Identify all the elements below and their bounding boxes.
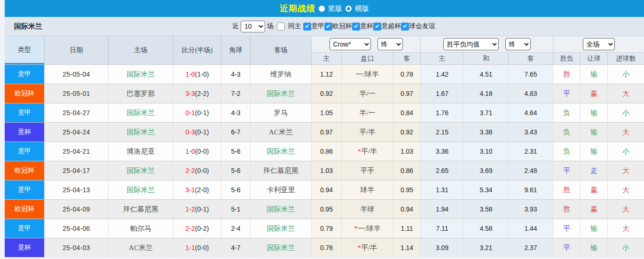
layout-radio-vertical[interactable]: 竖版 [319,4,342,13]
avg-draw-odds: 3.69 [463,161,508,180]
league-badge: 意甲 [5,181,44,199]
away-team: AC米兰 [250,123,311,141]
league-badge: 欧冠杯 [5,84,44,103]
corner-score: 5-1 [221,200,250,219]
odds-away: 0.84 [393,103,420,122]
handicap-line: 半/一 [341,103,393,122]
league-checkbox-friendly[interactable]: ✔ [401,23,409,31]
halftime-score: (0-0) [195,167,209,174]
halftime-score: (0-0) [195,148,209,155]
result-handicap: 输 [580,65,607,84]
table-row: 意甲 25-04-06 帕尔马 2-2(0-2) 2-4 国际米兰 0.79 *… [5,219,644,238]
league-label-supercoppa: 意超杯 [381,22,401,31]
result-wdl: 负 [553,142,580,161]
odds-home: 0.94 [311,181,341,199]
away-team: 国际米兰 [250,200,311,219]
odds-state-select[interactable]: 终 [377,38,403,50]
halftime-score: (0-1) [195,205,209,213]
away-team: 罗马 [250,103,311,122]
result-goals: 大 [607,161,644,180]
table-row: 意甲 25-04-13 国际米兰 3-1(2-0) 5-6 卡利亚里 0.94 … [5,180,644,199]
subheader-wdl: 胜负 [553,52,580,64]
topbar: 近期战绩 竖版 横版 [5,0,644,17]
away-team: 卡利亚里 [250,181,311,199]
home-team: 国际米兰 [108,161,173,180]
avg-win-odds: 3.09 [420,238,463,257]
avg-lose-odds: 9.61 [508,181,553,199]
bookmaker-select[interactable]: Crow* [330,38,371,50]
home-team: 博洛尼亚 [108,142,173,161]
result-goals: 大 [607,84,644,103]
league-checkbox-supercoppa[interactable]: ✔ [373,23,381,31]
corner-score: 2-4 [221,219,250,238]
handicap-text: 一/球半 [356,70,379,79]
avg-draw-odds: 4.51 [463,65,508,84]
league-checkbox-ucl[interactable]: ✔ [324,23,332,31]
near-label: 近 [232,22,239,31]
scope-select[interactable]: 全场 [583,38,615,50]
header-corner[interactable]: 角球 [221,36,250,64]
league-badge: 意甲 [5,103,44,122]
halftime-score: (0-2) [195,225,209,232]
avg-draw-odds: 4.58 [463,219,508,238]
header-type[interactable]: 类型 [5,36,44,64]
result-goals: 小 [607,142,644,161]
league-badge: 意甲 [5,142,44,161]
match-count-select[interactable]: 10 [241,21,265,32]
result-handicap: 输 [580,103,607,122]
home-team: 拜仁慕尼黑 [108,200,173,219]
league-checkbox-serie-a[interactable]: ✔ [303,23,311,31]
score-cell: 0-1(0-1) [173,103,221,122]
avg-win-odds: 2.65 [420,161,463,180]
filter-bar: 国际米兰 近 10 场 同主 ✔ 意甲 ✔ 欧冠杯 ✔ 意杯 ✔ 意超杯 ✔ 球… [5,17,644,36]
radio-selected-icon[interactable] [319,6,325,12]
radio-unselected-icon[interactable] [346,6,352,12]
header-date[interactable]: 日期 [44,36,108,64]
odds-away: 1.03 [393,142,420,161]
home-team: 巴塞罗那 [108,84,173,103]
avg-win-odds: 1.76 [420,103,463,122]
same-home-checkbox[interactable] [277,23,285,31]
score-cell: 2-2(0-2) [173,219,221,238]
result-wdl: 平 [553,161,580,180]
odds-away: 0.94 [393,200,420,219]
result-wdl: 负 [553,103,580,122]
avg-type-select[interactable]: 胜平负均值 [443,38,499,50]
away-team: 维罗纳 [250,65,311,84]
result-handicap: 赢 [580,181,607,199]
corner-score: 4-3 [221,65,250,84]
live-star-icon: * [358,148,361,156]
halftime-score: (0-1) [195,128,209,136]
league-label-coppa: 意杯 [360,22,373,31]
radio-horizontal-label: 横版 [355,4,369,13]
odds-home: 0.76 [311,238,341,257]
result-handicap: 走 [580,161,607,180]
odds-dropdown-group: Crow* 终 [311,36,420,52]
header-score[interactable]: 比分(半场) [173,36,221,64]
halftime-score: (0-0) [195,244,209,251]
odds-home: 0.79 [311,219,341,238]
odds-home: 1.05 [311,103,341,122]
table-row: 欧冠杯 25-04-17 国际米兰 2-2(0-0) 5-6 拜仁慕尼黑 1.0… [5,161,644,180]
avg-lose-odds: 4.64 [508,103,553,122]
match-date: 25-04-27 [44,103,108,122]
avg-lose-odds: 1.44 [508,219,553,238]
header-away[interactable]: 客场 [250,36,311,64]
avg-draw-odds: 5.34 [463,181,508,199]
score-cell: 2-2(0-0) [173,161,221,180]
avg-state-select[interactable]: 终 [505,38,531,50]
league-checkbox-coppa[interactable]: ✔ [352,23,360,31]
odds-away: 0.97 [393,84,420,103]
scope-dropdown-group: 全场 [553,36,644,52]
avg-draw-odds: 3.21 [463,238,508,257]
result-wdl: 负 [553,123,580,141]
header-home[interactable]: 主场 [108,36,173,64]
home-team: 国际米兰 [108,123,173,141]
layout-radio-horizontal[interactable]: 横版 [346,4,369,13]
corner-score: 6-7 [221,123,250,141]
table-row: 欧冠杯 25-04-09 拜仁慕尼黑 1-2(0-1) 5-1 国际米兰 0.9… [5,199,644,219]
halftime-score: (2-2) [195,90,209,97]
corner-score: 7-2 [221,84,250,103]
result-wdl: 胜 [553,65,580,84]
table-row: 意甲 25-04-21 博洛尼亚 1-0(0-0) 5-6 国际米兰 0.86 … [5,141,644,161]
